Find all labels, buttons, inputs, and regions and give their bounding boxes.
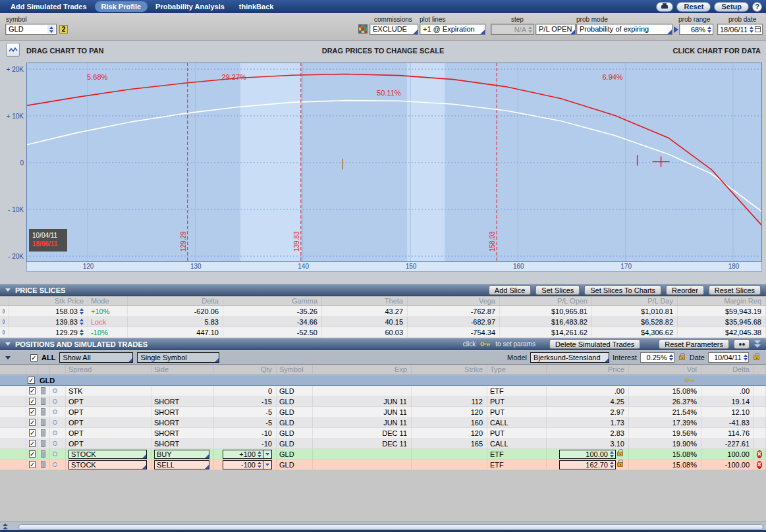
chart-canvas[interactable]: 158.03139.83129.295.68%29.27%50.11%6.94% <box>26 63 762 262</box>
row-lock-square[interactable] <box>41 398 45 405</box>
row-lock-square[interactable] <box>41 408 45 415</box>
print-button[interactable] <box>656 2 673 12</box>
reset-parameters-button[interactable]: Reset Parameters <box>659 339 729 349</box>
row-checkbox[interactable]: ✓ <box>29 408 36 415</box>
row-lock-square[interactable] <box>41 440 45 447</box>
row-lock-square[interactable] <box>41 461 45 468</box>
collapse-positions-icon[interactable] <box>5 342 11 346</box>
horizontal-scrollbar[interactable] <box>18 524 763 530</box>
row-checkbox[interactable]: ✓ <box>29 429 36 437</box>
sim-spread-select[interactable]: STOCK <box>68 460 147 469</box>
set-params-key-icon[interactable] <box>684 377 695 383</box>
slice-mode-value[interactable]: +10% <box>91 307 109 315</box>
prob-mode-combo[interactable]: Probability of expiring <box>576 24 672 35</box>
chart-y-axis[interactable]: + 20K+ 10K0- 10K- 20K <box>0 63 26 262</box>
collapse-price-slices-icon[interactable] <box>5 288 11 292</box>
row-lock-square[interactable] <box>41 387 45 394</box>
reorder-button[interactable]: Reorder <box>666 285 704 295</box>
sim-spread-select[interactable]: STOCK <box>68 450 147 459</box>
date-lock-icon[interactable] <box>753 356 759 360</box>
interest-lock-icon[interactable] <box>679 356 685 360</box>
commissions-combo[interactable]: EXCLUDE <box>369 24 418 35</box>
plot-lines-combo[interactable]: +1 @ Expiration <box>420 24 485 35</box>
interest-spinner-icon[interactable] <box>669 354 673 361</box>
date-spinner-icon[interactable] <box>744 354 748 361</box>
plot-lines-value: +1 @ Expiration <box>423 25 475 33</box>
row-checkbox[interactable]: ✓ <box>29 440 36 447</box>
spinner-icon[interactable] <box>80 319 84 325</box>
remove-trade-button[interactable]: × <box>757 461 762 469</box>
binoculars-icon-button[interactable] <box>734 339 750 349</box>
tab-risk-profile[interactable]: Risk Profile <box>95 1 148 12</box>
all-label: ALL <box>41 354 55 361</box>
risk-profile-chart[interactable]: 158.03139.83129.295.68%29.27%50.11%6.94%… <box>26 63 762 262</box>
row-lock-square[interactable] <box>41 450 45 458</box>
sim-side-select[interactable]: SELL <box>154 460 209 469</box>
sim-qty-input[interactable]: -100 <box>223 460 263 469</box>
prob-date-field[interactable]: 18/06/11 <box>717 24 763 35</box>
tab-probability-analysis[interactable]: Probability Analysis <box>149 1 231 12</box>
setup-button[interactable]: Setup <box>714 2 749 12</box>
row-lock-square[interactable] <box>41 429 45 437</box>
sim-price-input[interactable]: 162.70 <box>559 460 616 469</box>
calendar-icon[interactable] <box>755 26 761 32</box>
slice-mode-value[interactable]: Lock <box>91 318 106 326</box>
tab-thinkback[interactable]: thinkBack <box>233 1 281 12</box>
spinner-icon[interactable] <box>80 329 84 336</box>
group-checkbox[interactable]: ✓ <box>28 377 35 384</box>
linked-count-badge[interactable]: 2 <box>59 25 68 34</box>
model-select[interactable]: Bjerksund-Stensland <box>530 352 609 363</box>
tab-add-simulated-trades[interactable]: Add Simulated Trades <box>4 1 94 12</box>
symbol-group-row[interactable]: ✓ GLD <box>0 375 766 386</box>
row-lock-square[interactable] <box>41 419 45 426</box>
price-lock-icon[interactable] <box>617 462 623 467</box>
prob-date-spinner-icon[interactable] <box>750 26 753 33</box>
all-checkbox[interactable]: ✓ <box>30 354 38 361</box>
pl-mode-value: P/L OPEN <box>539 25 572 33</box>
remove-trade-button[interactable]: × <box>757 450 762 458</box>
spinner-icon[interactable] <box>610 451 614 458</box>
qty-dropdown-icon[interactable] <box>263 460 272 469</box>
row-checkbox[interactable]: ✓ <box>29 461 36 468</box>
chart-style-button[interactable] <box>6 43 20 57</box>
symbol-scope-select[interactable]: Single Symbol <box>137 352 219 363</box>
collapse-all-icon[interactable] <box>754 340 761 348</box>
prob-range-field[interactable]: 68% <box>679 24 713 35</box>
pl-mode-combo[interactable]: P/L OPEN <box>535 24 576 35</box>
slice-mode-value[interactable]: -10% <box>91 329 108 336</box>
reset-button[interactable]: Reset <box>676 2 711 12</box>
add-slice-button[interactable]: Add Slice <box>489 285 531 295</box>
collapse-filter-icon[interactable] <box>5 356 11 359</box>
date-field[interactable]: 10/04/11 <box>708 352 749 363</box>
x-axis-label: 140 <box>298 263 309 270</box>
spinner-icon[interactable] <box>80 308 84 315</box>
symbol-spinner-icon[interactable] <box>47 25 55 34</box>
sim-qty-input[interactable]: +100 <box>223 450 263 459</box>
spinner-icon[interactable] <box>258 462 261 468</box>
qty-dropdown-icon[interactable] <box>263 450 272 459</box>
help-button[interactable]: ? <box>752 2 762 12</box>
show-all-select[interactable]: Show All <box>59 352 133 363</box>
price-lock-icon[interactable] <box>617 452 623 456</box>
expand-panel-icon[interactable] <box>3 523 8 529</box>
symbol-combo[interactable]: GLD <box>5 24 57 35</box>
set-slices-button[interactable]: Set Slices <box>535 285 580 295</box>
row-checkbox[interactable]: ✓ <box>29 387 36 394</box>
interest-field[interactable]: 0.25% <box>640 352 674 363</box>
commission-grid-icon[interactable] <box>358 24 368 34</box>
spinner-icon[interactable] <box>610 462 614 468</box>
sim-price-input[interactable]: 100.00 <box>559 450 616 459</box>
cell-delta: 12.10 <box>731 408 750 416</box>
row-checkbox[interactable]: ✓ <box>29 419 36 426</box>
expand-arrow-icon[interactable] <box>674 26 678 33</box>
wave-icon <box>9 46 18 54</box>
set-slices-to-charts-button[interactable]: Set Slices To Charts <box>584 285 661 295</box>
row-checkbox[interactable]: ✓ <box>29 398 36 405</box>
chart-x-axis[interactable]: 120130140150160170180 <box>26 262 762 272</box>
delete-simulated-trades-button[interactable]: Delete Simulated Trades <box>549 339 640 349</box>
row-checkbox[interactable]: ✓ <box>29 450 36 458</box>
spinner-icon[interactable] <box>258 451 261 458</box>
reset-slices-button[interactable]: Reset Slices <box>709 285 761 295</box>
sim-side-select[interactable]: BUY <box>154 450 209 459</box>
prob-range-spinner-icon[interactable] <box>707 26 711 33</box>
